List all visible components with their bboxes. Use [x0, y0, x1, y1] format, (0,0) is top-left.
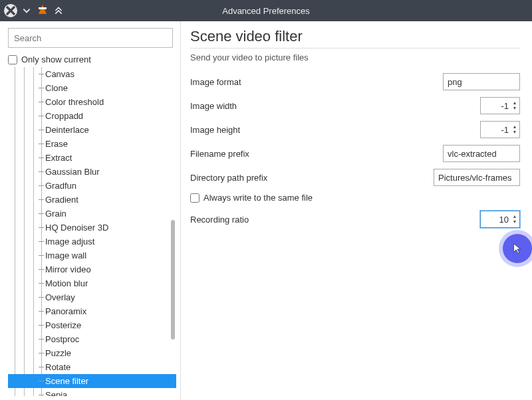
- tree-item[interactable]: Image adjust: [8, 235, 176, 249]
- tree-item[interactable]: HQ Denoiser 3D: [8, 221, 176, 235]
- sidebar: Only show current CanvasCloneColor thres…: [0, 21, 181, 400]
- scrollbar-thumb[interactable]: [171, 220, 175, 340]
- image-width-stepper[interactable]: -1 ▲▼: [480, 97, 520, 114]
- tree-item[interactable]: Erase: [8, 137, 176, 151]
- cursor-pointer-icon: [503, 234, 532, 263]
- label-image-format: Image format: [190, 77, 443, 87]
- directory-prefix-input[interactable]: [434, 169, 520, 186]
- only-show-current-row[interactable]: Only show current: [8, 54, 176, 64]
- tree-item[interactable]: Extract: [8, 151, 176, 165]
- image-height-stepper[interactable]: -1 ▲▼: [480, 121, 520, 138]
- tree-item[interactable]: Mirror video: [8, 262, 176, 276]
- app-vlc-icon: [36, 4, 49, 17]
- tree-item[interactable]: Panoramix: [8, 304, 176, 318]
- tree-item[interactable]: Overlay: [8, 290, 176, 304]
- only-show-current-label: Only show current: [21, 54, 91, 64]
- tree: CanvasCloneColor thresholdCroppaddDeinte…: [8, 67, 176, 396]
- only-show-current-checkbox[interactable]: [8, 55, 17, 64]
- recording-ratio-stepper[interactable]: 10 ▲▼: [480, 211, 520, 228]
- tree-item[interactable]: Posterize: [8, 318, 176, 332]
- tree-item[interactable]: Puzzle: [8, 346, 176, 360]
- tree-item[interactable]: Color threshold: [8, 95, 176, 109]
- chevron-down-icon[interactable]: [20, 4, 33, 17]
- tree-item[interactable]: Deinterlace: [8, 123, 176, 137]
- stepper-arrows-icon[interactable]: ▲▼: [511, 100, 519, 111]
- tree-item[interactable]: Sepia: [8, 388, 176, 396]
- search-input[interactable]: [8, 28, 173, 48]
- stepper-arrows-icon[interactable]: ▲▼: [511, 214, 519, 225]
- stepper-arrows-icon[interactable]: ▲▼: [511, 124, 519, 135]
- always-same-file-checkbox[interactable]: [190, 193, 200, 203]
- chevron-up-double-icon[interactable]: [52, 4, 65, 17]
- pane-title: Scene video filter: [190, 28, 520, 49]
- tree-item[interactable]: Image wall: [8, 249, 176, 262]
- label-image-width: Image width: [190, 101, 480, 111]
- label-directory-prefix: Directory path prefix: [190, 173, 434, 183]
- tree-item[interactable]: Gradient: [8, 193, 176, 207]
- close-icon[interactable]: [4, 4, 17, 17]
- label-image-height: Image height: [190, 125, 480, 135]
- label-recording-ratio: Recording ratio: [190, 215, 480, 225]
- filename-prefix-input[interactable]: [443, 145, 520, 162]
- tree-item[interactable]: Canvas: [8, 67, 176, 81]
- tree-item[interactable]: Rotate: [8, 360, 176, 374]
- tree-item[interactable]: Motion blur: [8, 276, 176, 290]
- tree-item[interactable]: Clone: [8, 81, 176, 95]
- window-title: Advanced Preferences: [0, 6, 532, 16]
- image-format-input[interactable]: [443, 73, 520, 90]
- label-filename-prefix: Filename prefix: [190, 149, 443, 159]
- tree-item[interactable]: Scene filter: [8, 374, 176, 388]
- tree-item[interactable]: Croppadd: [8, 109, 176, 123]
- pane-subtitle: Send your video to picture files: [190, 52, 520, 62]
- tree-item[interactable]: Gaussian Blur: [8, 165, 176, 179]
- tree-item[interactable]: Postproc: [8, 332, 176, 346]
- tree-item[interactable]: Gradfun: [8, 179, 176, 193]
- tree-item[interactable]: Grain: [8, 207, 176, 221]
- titlebar: Advanced Preferences: [0, 0, 532, 21]
- label-always-same-file: Always write to the same file: [203, 193, 313, 203]
- settings-pane: Scene video filter Send your video to pi…: [181, 21, 532, 400]
